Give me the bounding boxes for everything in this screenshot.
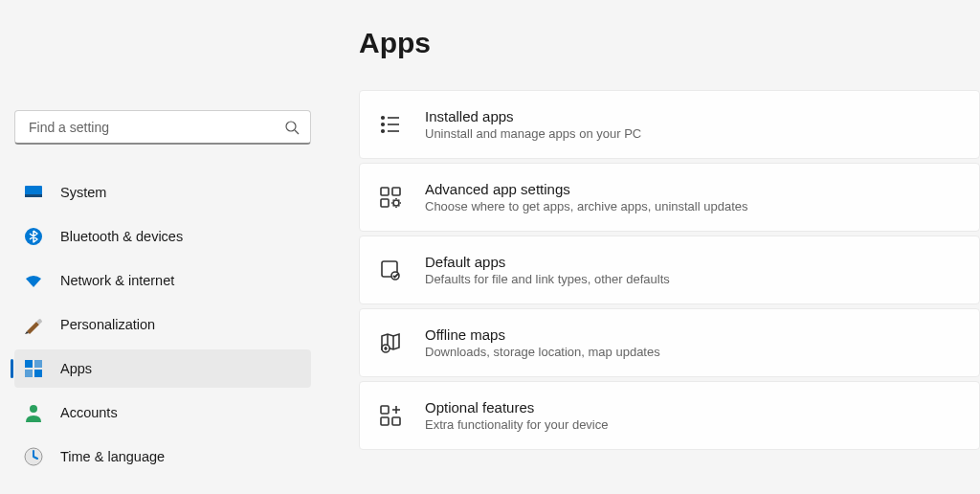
sidebar-item-personalization[interactable]: Personalization (14, 305, 311, 344)
sidebar: System Bluetooth & devices Network & int… (0, 0, 325, 494)
sidebar-item-apps[interactable]: Apps (14, 349, 311, 388)
card-sub: Uninstall and manage apps on your PC (425, 126, 641, 141)
svg-rect-18 (392, 188, 400, 195)
card-text: Advanced app settings Choose where to ge… (425, 181, 748, 213)
card-text: Offline maps Downloads, storage location… (425, 326, 660, 359)
svg-rect-24 (381, 406, 389, 414)
card-title: Advanced app settings (425, 181, 748, 197)
card-sub: Defaults for file and link types, other … (425, 272, 670, 286)
svg-point-15 (382, 130, 385, 133)
svg-point-9 (30, 405, 37, 413)
card-sub: Extra functionality for your device (425, 417, 608, 432)
svg-rect-17 (381, 188, 389, 195)
svg-point-13 (382, 124, 385, 126)
svg-rect-3 (25, 194, 42, 197)
card-sub: Choose where to get apps, archive apps, … (425, 199, 748, 213)
sidebar-item-label: Apps (60, 361, 92, 376)
svg-line-1 (295, 130, 299, 134)
svg-rect-25 (381, 417, 389, 425)
card-optional-features[interactable]: Optional features Extra functionality fo… (359, 381, 980, 450)
card-installed-apps[interactable]: Installed apps Uninstall and manage apps… (359, 90, 980, 159)
offline-maps-icon (379, 331, 402, 354)
card-text: Optional features Extra functionality fo… (425, 399, 608, 432)
main-content: Apps Installed apps Uninstall and manage… (325, 0, 980, 494)
sidebar-item-label: System (60, 185, 106, 200)
sidebar-item-label: Personalization (60, 317, 155, 332)
network-icon (24, 271, 43, 290)
card-default-apps[interactable]: Default apps Defaults for file and link … (359, 236, 980, 304)
card-title: Offline maps (425, 326, 660, 343)
apps-icon (24, 359, 43, 378)
card-title: Default apps (425, 254, 670, 270)
installed-apps-icon (379, 113, 402, 136)
svg-rect-19 (381, 199, 389, 207)
svg-rect-5 (25, 360, 33, 368)
svg-rect-8 (34, 370, 42, 377)
system-icon (24, 183, 43, 202)
sidebar-item-label: Bluetooth & devices (60, 229, 183, 244)
default-apps-icon (379, 258, 402, 281)
svg-rect-26 (392, 417, 400, 425)
sidebar-item-label: Network & internet (60, 273, 174, 288)
svg-point-11 (382, 117, 385, 120)
sidebar-item-system[interactable]: System (14, 173, 311, 212)
accounts-icon (24, 403, 43, 422)
card-title: Installed apps (425, 108, 641, 124)
card-advanced-app-settings[interactable]: Advanced app settings Choose where to ge… (359, 163, 980, 232)
optional-features-icon (379, 404, 402, 427)
sidebar-item-time-language[interactable]: Time & language (14, 438, 311, 476)
svg-rect-6 (34, 360, 42, 368)
sidebar-item-network[interactable]: Network & internet (14, 261, 311, 300)
svg-point-0 (286, 122, 296, 131)
personalization-icon (24, 315, 43, 334)
card-sub: Downloads, storage location, map updates (425, 345, 660, 359)
card-offline-maps[interactable]: Offline maps Downloads, storage location… (359, 308, 980, 377)
sidebar-item-label: Accounts (60, 405, 118, 420)
time-language-icon (24, 447, 43, 466)
sidebar-item-accounts[interactable]: Accounts (14, 393, 311, 432)
card-text: Default apps Defaults for file and link … (425, 254, 670, 286)
advanced-settings-icon (379, 186, 402, 209)
sidebar-item-label: Time & language (60, 449, 165, 464)
page-title: Apps (359, 27, 980, 59)
bluetooth-icon (24, 227, 43, 246)
nav-list: System Bluetooth & devices Network & int… (14, 173, 311, 482)
svg-point-20 (393, 200, 399, 206)
card-list: Installed apps Uninstall and manage apps… (359, 90, 980, 450)
svg-rect-7 (25, 370, 33, 377)
sidebar-item-bluetooth[interactable]: Bluetooth & devices (14, 217, 311, 256)
card-title: Optional features (425, 399, 608, 415)
search-icon (284, 120, 300, 135)
search-box (14, 110, 311, 145)
card-text: Installed apps Uninstall and manage apps… (425, 108, 641, 141)
search-input[interactable] (14, 110, 311, 145)
